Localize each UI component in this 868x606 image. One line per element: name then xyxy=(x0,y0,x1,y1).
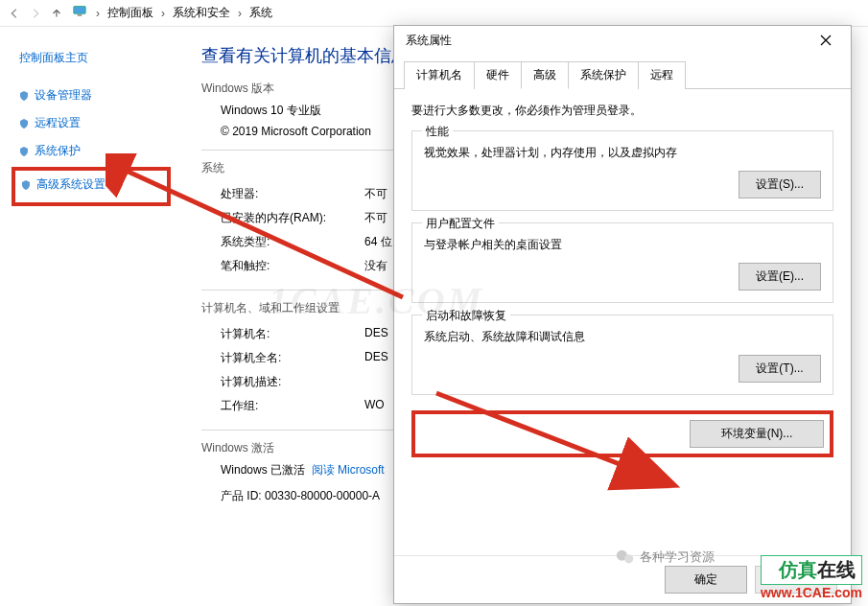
sidebar-link-remote[interactable]: 远程设置 xyxy=(12,109,171,137)
group-label: 用户配置文件 xyxy=(422,216,499,232)
dialog-title: 系统属性 xyxy=(406,33,452,49)
cancel-button[interactable]: 取消 xyxy=(755,566,837,594)
group-desc: 视觉效果，处理器计划，内存使用，以及虚拟内存 xyxy=(424,141,821,171)
tab-computer-name[interactable]: 计算机名 xyxy=(404,61,475,89)
info-value: 不可 xyxy=(364,210,387,226)
watermark-wechat: 各种学习资源 xyxy=(615,547,715,568)
info-value: DES xyxy=(364,326,388,342)
info-key: 系统类型: xyxy=(221,234,364,250)
svg-rect-0 xyxy=(74,7,85,14)
sidebar-link-label: 设备管理器 xyxy=(35,87,92,104)
group-desc: 与登录帐户相关的桌面设置 xyxy=(424,233,821,263)
sidebar-link-advanced[interactable]: 高级系统设置 xyxy=(19,173,163,197)
info-value: WO xyxy=(364,398,385,414)
svg-point-5 xyxy=(624,554,633,563)
env-variables-button[interactable]: 环境变量(N)... xyxy=(690,420,824,448)
system-properties-dialog: 系统属性 计算机名 硬件 高级 系统保护 远程 要进行大多数更改，你必须作为管理… xyxy=(393,25,852,604)
info-key: 笔和触控: xyxy=(221,258,364,274)
info-key: 处理器: xyxy=(221,186,364,202)
info-key: 计算机名: xyxy=(221,326,364,342)
group-label: 启动和故障恢复 xyxy=(422,308,510,324)
monitor-icon xyxy=(73,5,86,21)
breadcrumb-item[interactable]: 系统和安全 xyxy=(169,3,234,23)
sidebar-link-label: 高级系统设置 xyxy=(36,176,106,193)
admin-note: 要进行大多数更改，你必须作为管理员登录。 xyxy=(411,103,833,119)
info-value: DES xyxy=(364,350,388,366)
sidebar-link-device-manager[interactable]: 设备管理器 xyxy=(12,82,171,109)
info-key: 计算机全名: xyxy=(221,350,364,366)
address-bar: › 控制面板 › 系统和安全 › 系统 xyxy=(0,0,868,27)
watermark-wechat-text: 各种学习资源 xyxy=(640,548,715,566)
activation-status: Windows 已激活 xyxy=(221,463,305,477)
back-button[interactable] xyxy=(4,3,25,24)
info-key: 已安装的内存(RAM): xyxy=(221,210,364,226)
breadcrumb-item[interactable]: 控制面板 xyxy=(104,3,157,23)
sidebar-link-label: 系统保护 xyxy=(35,143,81,159)
chevron-right-icon: › xyxy=(157,7,169,20)
perf-settings-button[interactable]: 设置(S)... xyxy=(739,171,821,198)
tab-hardware[interactable]: 硬件 xyxy=(474,61,522,89)
group-desc: 系统启动、系统故障和调试信息 xyxy=(424,325,821,355)
sidebar-link-protection[interactable]: 系统保护 xyxy=(12,137,171,165)
ok-button[interactable]: 确定 xyxy=(665,566,747,594)
dialog-titlebar[interactable]: 系统属性 xyxy=(394,26,851,55)
annotation-highlight-sidebar: 高级系统设置 xyxy=(12,167,171,206)
user-profile-group: 用户配置文件 与登录帐户相关的桌面设置 设置(E)... xyxy=(411,222,833,303)
info-key: 工作组: xyxy=(221,398,364,414)
shield-icon xyxy=(19,147,29,156)
performance-group: 性能 视觉效果，处理器计划，内存使用，以及虚拟内存 设置(S)... xyxy=(411,130,833,211)
up-button[interactable] xyxy=(46,3,67,24)
sidebar-home-link[interactable]: 控制面板主页 xyxy=(12,44,171,72)
sidebar-link-label: 远程设置 xyxy=(35,115,81,131)
activation-link[interactable]: 阅读 Microsoft xyxy=(312,463,385,477)
tab-advanced[interactable]: 高级 xyxy=(521,61,569,89)
shield-icon xyxy=(19,119,29,128)
chevron-right-icon: › xyxy=(92,7,104,20)
forward-button[interactable] xyxy=(25,3,46,24)
annotation-highlight-envvar: 环境变量(N)... xyxy=(411,410,833,457)
profile-settings-button[interactable]: 设置(E)... xyxy=(739,263,821,291)
info-value: 没有 xyxy=(364,258,387,274)
info-value: 64 位 xyxy=(364,234,392,250)
dialog-tabs: 计算机名 硬件 高级 系统保护 远程 xyxy=(394,55,851,89)
tab-system-protection[interactable]: 系统保护 xyxy=(568,61,639,89)
breadcrumb-item[interactable]: 系统 xyxy=(246,3,276,23)
startup-settings-button[interactable]: 设置(T)... xyxy=(739,355,821,383)
tab-remote[interactable]: 远程 xyxy=(638,61,686,89)
group-label: 性能 xyxy=(422,124,453,140)
info-value: 不可 xyxy=(364,186,387,202)
close-button[interactable] xyxy=(807,28,845,53)
info-key: 计算机描述: xyxy=(221,374,364,390)
chevron-right-icon: › xyxy=(234,7,246,20)
sidebar: 控制面板主页 设备管理器 远程设置 系统保护 高级系统设置 xyxy=(0,27,182,606)
shield-icon xyxy=(19,91,29,101)
svg-rect-1 xyxy=(78,14,82,16)
startup-recovery-group: 启动和故障恢复 系统启动、系统故障和调试信息 设置(T)... xyxy=(411,315,833,395)
shield-icon xyxy=(21,180,31,190)
info-value: 00330-80000-00000-A xyxy=(265,489,380,502)
info-key: 产品 ID: xyxy=(221,489,262,502)
